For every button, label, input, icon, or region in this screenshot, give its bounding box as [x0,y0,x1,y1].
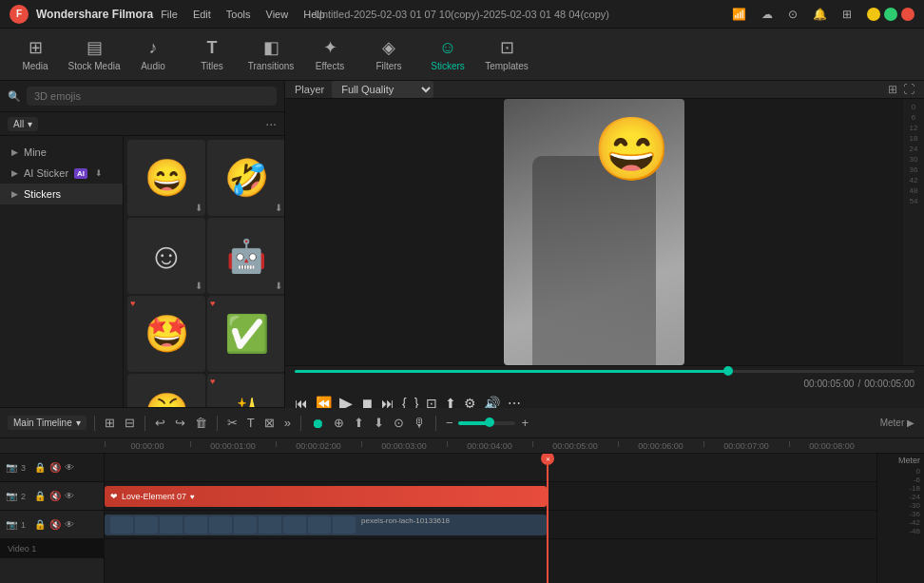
timeline-label-text: Main Timeline [13,418,72,428]
minimize-btn[interactable] [867,8,880,21]
zoom-in-icon[interactable]: + [519,414,530,432]
view-controls: ⊞ ⛶ [888,83,914,96]
track1-eye-icon[interactable]: 👁 [65,519,74,530]
menu-file[interactable]: File [161,9,178,20]
tl-record-icon[interactable]: ⏺ [309,414,326,433]
track1-mute-icon[interactable]: 🔇 [49,519,61,530]
more-options-icon[interactable]: ··· [265,116,277,131]
tl-export-icon[interactable]: ⬆ [352,414,366,432]
clip-love-element[interactable]: ❤ Love-Element 07 ♥ [105,486,547,507]
track2-lock-icon[interactable]: 🔒 [34,491,46,501]
close-btn[interactable] [901,8,914,21]
tool-audio[interactable]: ♪ Audio [125,31,181,77]
nav-back-btn[interactable]: 📶 [726,6,752,23]
search-input[interactable] [27,87,277,106]
filter-dropdown[interactable]: All ▾ [8,117,38,131]
track2-eye-icon[interactable]: 👁 [65,491,74,501]
sticker-item-0[interactable]: 😄 ⬇ [127,140,205,216]
meter-0: 0 [916,467,920,476]
sticker-grid: 😄 ⬇ 🤣 ⬇ 😵 ⬇ ☺️ ⬇ 🤖 ⬇ [124,136,284,407]
track3-eye-icon[interactable]: 👁 [65,462,74,473]
clip-video[interactable]: pexels-ron-lach-10133618 [105,515,547,535]
vid-thumb-8 [283,516,306,534]
heart-badge-7: ♥ [210,299,215,308]
fullscreen-icon[interactable]: ⛶ [903,83,914,96]
category-mine-label: Mine [24,146,47,158]
tool-stickers[interactable]: ☺ Stickers [420,31,475,77]
crop-tool-icon[interactable]: ⊠ [262,414,277,432]
download-icon-1: ⬇ [275,203,282,213]
app-name: Wondershare Filmora [36,8,153,21]
tool-templates[interactable]: ⊡ Templates [479,31,534,77]
zoom-thumb[interactable] [485,418,494,427]
timeline-dropdown-icon[interactable]: ▾ [76,418,81,428]
category-ai-sticker[interactable]: ▶ AI Sticker AI ⬇ [0,163,123,184]
time-tick-5: 00:00:05:00 [532,441,618,451]
track2-cam-icon[interactable]: 📷 [6,491,17,501]
sticker-item-10[interactable]: ♥ ✨ [207,374,284,407]
tl-detach-icon[interactable]: ⊙ [392,414,406,432]
cloud-btn[interactable]: ☁ [756,6,779,23]
vid-thumb-5 [209,516,232,534]
cut-icon[interactable]: ✂ [225,414,240,432]
category-stickers[interactable]: ▶ Stickers [0,184,123,204]
delete-icon[interactable]: 🗑 [193,414,209,432]
sticker-item-4[interactable]: 🤖 ⬇ [207,218,284,294]
stickers-arrow-icon: ▶ [11,189,18,199]
menu-edit[interactable]: Edit [193,9,211,20]
zoom-out-icon[interactable]: − [444,414,455,432]
progress-bar[interactable] [295,370,914,373]
tool-effects[interactable]: ✦ Effects [302,31,357,77]
track2-mute-icon[interactable]: 🔇 [49,491,61,501]
sticker-item-1[interactable]: 🤣 ⬇ [207,140,284,216]
sticker-item-9[interactable]: 😤 [127,374,205,407]
track-add-icon[interactable]: ⊞ [103,414,117,432]
sticker-item-6[interactable]: ♥ 🤩 [127,296,205,372]
templates-icon: ⊡ [500,37,514,58]
share-btn[interactable]: ⊙ [782,6,803,23]
tool-titles[interactable]: T Titles [184,31,240,77]
maximize-btn[interactable] [884,8,897,21]
sticker-item-3[interactable]: ☺️ ⬇ [127,218,205,294]
search-bar: 🔍 [0,81,284,112]
track3-lock-icon[interactable]: 🔒 [34,462,46,473]
tool-transitions[interactable]: ◧ Transitions [243,31,298,77]
sticker-emoji-1: 🤣 [224,157,269,199]
grid-view-icon[interactable]: ⊞ [888,83,897,96]
notifications-btn[interactable]: 🔔 [807,6,833,23]
tool-media[interactable]: ⊞ Media [8,31,63,77]
tool-stock-media[interactable]: ▤ Stock Media [67,31,122,77]
tl-voice-icon[interactable]: 🎙 [412,414,428,432]
track3-cam-icon[interactable]: 📷 [6,462,17,473]
tl-snap-icon[interactable]: ⊕ [332,414,346,432]
undo-icon[interactable]: ↩ [153,414,167,432]
track3-mute-icon[interactable]: 🔇 [49,462,61,473]
playhead[interactable]: ✕ [547,454,549,583]
progress-thumb[interactable] [723,366,733,376]
tl-import-icon[interactable]: ⬇ [372,414,386,432]
more-tools-icon[interactable]: » [282,414,293,432]
filter-chevron-icon: ▾ [28,119,32,129]
playhead-icon: ✕ [546,456,550,462]
video-thumbnails: pexels-ron-lach-10133618 [110,516,450,534]
category-mine[interactable]: ▶ Mine [0,142,123,163]
quality-select[interactable]: Full QualityHalf QualityQuarter Quality [332,81,433,98]
sticker-item-7[interactable]: ♥ ✅ [207,296,284,372]
track-remove-icon[interactable]: ⊟ [123,414,137,432]
track-ctrl-1: 📷 1 🔒 🔇 👁 [0,511,104,539]
track2-num: 2 [21,492,30,501]
tool-filters[interactable]: ◈ Filters [361,31,416,77]
preview-emoji-overlay: 😄 [593,113,670,185]
menu-tools[interactable]: Tools [226,9,251,20]
menu-view[interactable]: View [266,9,289,20]
clip-love-heart-icon: ❤ [110,492,118,501]
text-tool-icon[interactable]: T [245,414,257,432]
track-row-3 [105,454,876,482]
track1-cam-icon[interactable]: 📷 [6,519,17,530]
redo-icon[interactable]: ↪ [173,414,187,432]
download-icon-4: ⬇ [275,281,282,291]
grid-btn[interactable]: ⊞ [837,6,857,23]
track1-lock-icon[interactable]: 🔒 [34,519,46,530]
zoom-slider[interactable] [458,421,515,425]
title-bar: F Wondershare Filmora File Edit Tools Vi… [0,0,924,29]
